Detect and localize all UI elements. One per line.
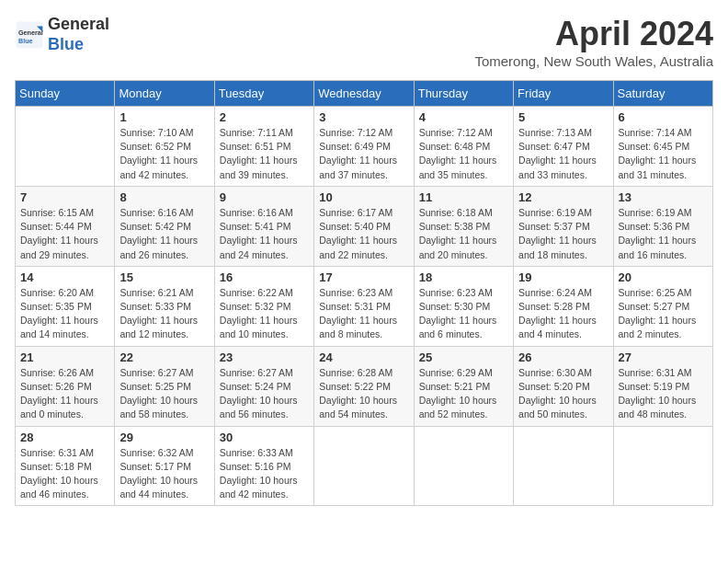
calendar-cell: 7Sunrise: 6:15 AM Sunset: 5:44 PM Daylig… [16,186,115,266]
day-info: Sunrise: 7:12 AM Sunset: 6:48 PM Dayligh… [419,126,508,182]
day-info: Sunrise: 6:19 AM Sunset: 5:36 PM Dayligh… [619,206,708,262]
calendar-cell: 11Sunrise: 6:18 AM Sunset: 5:38 PM Dayli… [414,186,513,266]
day-info: Sunrise: 6:31 AM Sunset: 5:19 PM Dayligh… [619,366,708,422]
day-info: Sunrise: 6:15 AM Sunset: 5:44 PM Dayligh… [20,206,109,262]
day-number: 12 [518,190,608,204]
day-number: 9 [220,190,309,204]
day-number: 27 [619,350,708,364]
calendar-cell: 10Sunrise: 6:17 AM Sunset: 5:40 PM Dayli… [314,186,414,266]
calendar-cell [414,426,513,506]
calendar-cell: 26Sunrise: 6:30 AM Sunset: 5:20 PM Dayli… [514,346,613,426]
day-info: Sunrise: 6:23 AM Sunset: 5:30 PM Dayligh… [419,286,508,342]
day-info: Sunrise: 6:30 AM Sunset: 5:20 PM Dayligh… [518,366,608,422]
calendar-cell: 21Sunrise: 6:26 AM Sunset: 5:26 PM Dayli… [16,346,115,426]
day-info: Sunrise: 6:33 AM Sunset: 5:16 PM Dayligh… [220,446,309,502]
day-number: 18 [419,270,508,284]
day-number: 10 [319,190,408,204]
calendar-cell: 8Sunrise: 6:16 AM Sunset: 5:42 PM Daylig… [115,186,214,266]
logo: General Blue General Blue [15,15,109,54]
day-number: 11 [419,190,508,204]
calendar-cell: 22Sunrise: 6:27 AM Sunset: 5:25 PM Dayli… [115,346,214,426]
day-info: Sunrise: 6:28 AM Sunset: 5:22 PM Dayligh… [319,366,408,422]
day-info: Sunrise: 6:32 AM Sunset: 5:17 PM Dayligh… [119,446,209,502]
calendar-cell: 14Sunrise: 6:20 AM Sunset: 5:35 PM Dayli… [16,266,115,346]
calendar-cell: 15Sunrise: 6:21 AM Sunset: 5:33 PM Dayli… [115,266,214,346]
calendar-cell: 29Sunrise: 6:32 AM Sunset: 5:17 PM Dayli… [115,426,214,506]
calendar-cell: 19Sunrise: 6:24 AM Sunset: 5:28 PM Dayli… [514,266,613,346]
calendar-cell: 30Sunrise: 6:33 AM Sunset: 5:16 PM Dayli… [214,426,313,506]
day-header: Tuesday [214,81,313,107]
calendar-body: 1Sunrise: 7:10 AM Sunset: 6:52 PM Daylig… [16,107,713,506]
day-info: Sunrise: 6:23 AM Sunset: 5:31 PM Dayligh… [319,286,408,342]
day-header: Monday [115,81,214,107]
day-info: Sunrise: 6:31 AM Sunset: 5:18 PM Dayligh… [20,446,109,502]
day-info: Sunrise: 7:12 AM Sunset: 6:49 PM Dayligh… [319,126,408,182]
calendar-cell: 17Sunrise: 6:23 AM Sunset: 5:31 PM Dayli… [314,266,414,346]
calendar-cell: 20Sunrise: 6:25 AM Sunset: 5:27 PM Dayli… [613,266,712,346]
month-title: April 2024 [474,15,713,53]
day-header: Wednesday [314,81,414,107]
day-number: 6 [619,110,708,124]
calendar-cell [613,426,712,506]
header: General Blue General Blue April 2024 Tom… [15,15,713,69]
calendar-cell: 18Sunrise: 6:23 AM Sunset: 5:30 PM Dayli… [414,266,513,346]
calendar-cell: 27Sunrise: 6:31 AM Sunset: 5:19 PM Dayli… [613,346,712,426]
day-info: Sunrise: 6:16 AM Sunset: 5:42 PM Dayligh… [119,206,209,262]
calendar-cell [514,426,613,506]
calendar-table: SundayMondayTuesdayWednesdayThursdayFrid… [15,80,713,506]
calendar-cell: 25Sunrise: 6:29 AM Sunset: 5:21 PM Dayli… [414,346,513,426]
svg-text:General: General [18,29,43,37]
svg-text:Blue: Blue [18,36,33,44]
day-number: 21 [20,350,109,364]
day-info: Sunrise: 6:27 AM Sunset: 5:24 PM Dayligh… [220,366,309,422]
day-number: 5 [518,110,608,124]
day-number: 4 [419,110,508,124]
day-number: 28 [20,431,109,444]
day-number: 22 [119,350,209,364]
calendar-week-row: 1Sunrise: 7:10 AM Sunset: 6:52 PM Daylig… [16,107,713,187]
calendar-cell: 9Sunrise: 6:16 AM Sunset: 5:41 PM Daylig… [214,186,313,266]
day-info: Sunrise: 6:21 AM Sunset: 5:33 PM Dayligh… [119,286,209,342]
subtitle: Tomerong, New South Wales, Australia [474,53,713,69]
calendar-cell: 24Sunrise: 6:28 AM Sunset: 5:22 PM Dayli… [314,346,414,426]
day-info: Sunrise: 7:10 AM Sunset: 6:52 PM Dayligh… [119,126,209,182]
logo-text: General Blue [48,15,109,54]
day-info: Sunrise: 6:27 AM Sunset: 5:25 PM Dayligh… [119,366,209,422]
day-number: 17 [319,270,408,284]
day-info: Sunrise: 6:25 AM Sunset: 5:27 PM Dayligh… [619,286,708,342]
logo-icon: General Blue [15,20,44,50]
day-number: 3 [319,110,408,124]
day-number: 29 [119,431,209,444]
day-info: Sunrise: 6:19 AM Sunset: 5:37 PM Dayligh… [518,206,608,262]
calendar-header-row: SundayMondayTuesdayWednesdayThursdayFrid… [16,81,713,107]
day-number: 16 [220,270,309,284]
day-number: 25 [419,350,508,364]
calendar-week-row: 28Sunrise: 6:31 AM Sunset: 5:18 PM Dayli… [16,426,713,506]
calendar-cell: 5Sunrise: 7:13 AM Sunset: 6:47 PM Daylig… [514,107,613,187]
calendar-week-row: 7Sunrise: 6:15 AM Sunset: 5:44 PM Daylig… [16,186,713,266]
day-number: 14 [20,270,109,284]
day-info: Sunrise: 6:26 AM Sunset: 5:26 PM Dayligh… [20,366,109,422]
calendar-cell: 12Sunrise: 6:19 AM Sunset: 5:37 PM Dayli… [514,186,613,266]
day-number: 15 [119,270,209,284]
day-header: Sunday [16,81,115,107]
day-info: Sunrise: 6:17 AM Sunset: 5:40 PM Dayligh… [319,206,408,262]
day-info: Sunrise: 7:11 AM Sunset: 6:51 PM Dayligh… [220,126,309,182]
day-number: 7 [20,190,109,204]
calendar-cell [16,107,115,187]
calendar-cell: 3Sunrise: 7:12 AM Sunset: 6:49 PM Daylig… [314,107,414,187]
day-number: 26 [518,350,608,364]
calendar-cell: 1Sunrise: 7:10 AM Sunset: 6:52 PM Daylig… [115,107,214,187]
day-info: Sunrise: 6:18 AM Sunset: 5:38 PM Dayligh… [419,206,508,262]
day-number: 8 [119,190,209,204]
calendar-week-row: 14Sunrise: 6:20 AM Sunset: 5:35 PM Dayli… [16,266,713,346]
calendar-cell: 13Sunrise: 6:19 AM Sunset: 5:36 PM Dayli… [613,186,712,266]
calendar-cell: 6Sunrise: 7:14 AM Sunset: 6:45 PM Daylig… [613,107,712,187]
day-info: Sunrise: 6:22 AM Sunset: 5:32 PM Dayligh… [220,286,309,342]
calendar-cell: 16Sunrise: 6:22 AM Sunset: 5:32 PM Dayli… [214,266,313,346]
day-info: Sunrise: 6:29 AM Sunset: 5:21 PM Dayligh… [419,366,508,422]
calendar-cell: 23Sunrise: 6:27 AM Sunset: 5:24 PM Dayli… [214,346,313,426]
title-area: April 2024 Tomerong, New South Wales, Au… [474,15,713,69]
day-info: Sunrise: 7:13 AM Sunset: 6:47 PM Dayligh… [518,126,608,182]
day-number: 19 [518,270,608,284]
